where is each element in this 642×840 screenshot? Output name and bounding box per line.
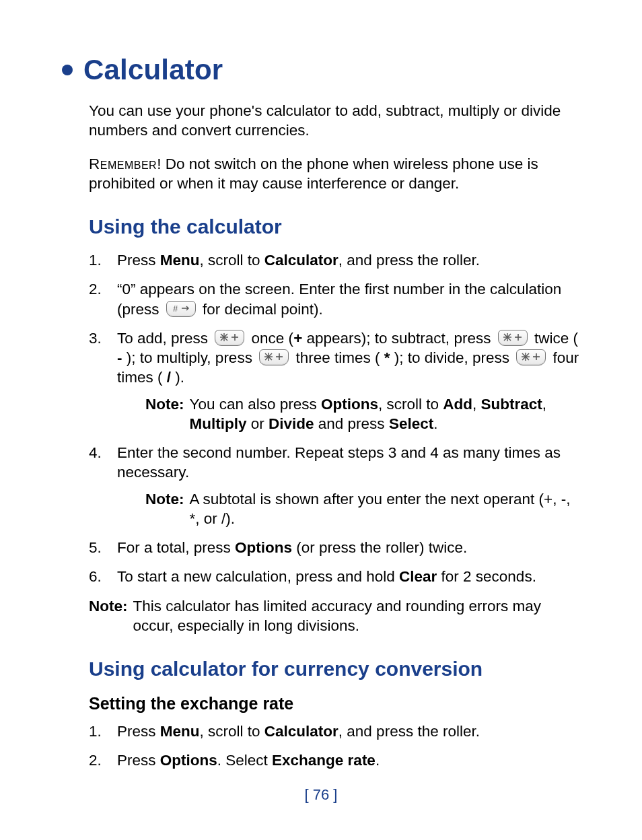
bold-calculator: Calculator: [264, 252, 338, 269]
star-key-icon: [498, 330, 528, 346]
remember-label: Remember: [89, 155, 157, 172]
page-body: You can use your phone's calculator to a…: [89, 101, 584, 770]
steps-list-1: Press Menu, scroll to Calculator, and pr…: [89, 250, 584, 587]
star-key-icon: [215, 330, 244, 346]
note-text: You can also press Options, scroll to Ad…: [190, 394, 585, 434]
step-6: To start a new calculation, press and ho…: [89, 567, 584, 586]
star-key-icon: [259, 349, 289, 365]
hash-key-icon: #: [166, 301, 196, 317]
note-text: A subtotal is shown after you enter the …: [190, 489, 585, 529]
subheading-exchange-rate: Setting the exchange rate: [89, 693, 584, 715]
section-heading-using-calculator: Using the calculator: [89, 213, 584, 240]
section-heading-currency: Using calculator for currency conversion: [89, 656, 584, 682]
step-4: Enter the second number. Repeat steps 3 …: [89, 443, 584, 528]
currency-step-2: Press Options. Select Exchange rate.: [89, 750, 584, 770]
bold-menu: Menu: [160, 252, 200, 269]
step-1: Press Menu, scroll to Calculator, and pr…: [89, 250, 584, 270]
step-2: “0” appears on the screen. Enter the fir…: [89, 279, 584, 319]
step-5: For a total, press Options (or press the…: [89, 538, 584, 557]
page-title-row: Calculator: [62, 54, 584, 86]
note-block-2: Note: A subtotal is shown after you ente…: [145, 489, 584, 529]
page-number: [ 76 ]: [0, 786, 642, 804]
note-block-3: Note: This calculator has limited accura…: [89, 596, 584, 636]
steps-list-2: Press Menu, scroll to Calculator, and pr…: [89, 722, 584, 771]
intro-paragraph: You can use your phone's calculator to a…: [89, 101, 584, 141]
note-label: Note:: [145, 394, 184, 434]
note-text: This calculator has limited accuracy and…: [133, 596, 585, 636]
step-3: To add, press once (+ appears); to subtr…: [89, 328, 584, 433]
remember-text: ! Do not switch on the phone when wirele…: [89, 155, 538, 192]
currency-step-1: Press Menu, scroll to Calculator, and pr…: [89, 722, 584, 741]
note-label: Note:: [89, 596, 128, 636]
manual-page: Calculator You can use your phone's calc…: [0, 0, 642, 840]
page-title: Calculator: [83, 54, 223, 86]
title-bullet-icon: [62, 65, 73, 75]
star-key-icon: [516, 349, 546, 365]
remember-paragraph: Remember! Do not switch on the phone whe…: [89, 154, 584, 194]
note-block-1: Note: You can also press Options, scroll…: [145, 394, 584, 434]
note-label: Note:: [145, 489, 184, 529]
svg-text:#: #: [173, 304, 178, 314]
